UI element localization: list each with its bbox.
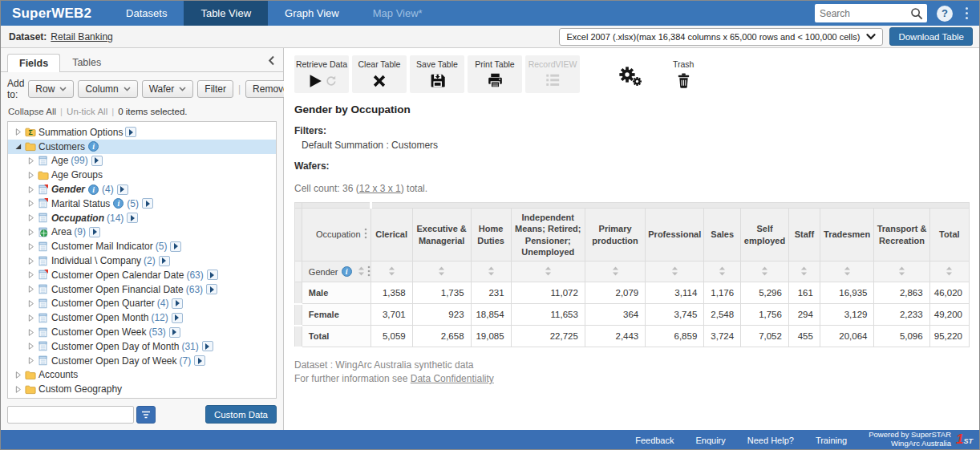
tree-item-summation-options[interactable]: ΣSummation Options bbox=[8, 125, 276, 140]
sort-icon[interactable] bbox=[388, 268, 395, 278]
tree-expand-icon[interactable] bbox=[12, 386, 23, 393]
sort-icon[interactable] bbox=[898, 268, 905, 278]
open-field-chevron-button[interactable] bbox=[127, 213, 138, 223]
custom-data-button[interactable]: Custom Data bbox=[205, 405, 277, 424]
open-field-chevron-button[interactable] bbox=[202, 341, 213, 351]
footer-link-feedback[interactable]: Feedback bbox=[635, 436, 674, 445]
tree-expand-icon[interactable] bbox=[25, 314, 36, 322]
tree-expand-icon[interactable] bbox=[25, 243, 36, 250]
column-header-transport-recreation[interactable]: Transport & Recreation bbox=[874, 209, 929, 261]
column-header-total[interactable]: Total bbox=[929, 209, 969, 261]
tree-item-customer-open-week[interactable]: Customer Open Week(53) bbox=[8, 325, 276, 339]
sort-icon[interactable] bbox=[844, 268, 851, 278]
footer-link-enquiry[interactable]: Enquiry bbox=[695, 436, 725, 445]
cell-count-link[interactable]: 12 x 3 x 1 bbox=[359, 183, 401, 194]
tree-item-customer-open-quarter[interactable]: Customer Open Quarter(4) bbox=[8, 297, 276, 311]
open-field-chevron-button[interactable] bbox=[169, 327, 180, 338]
footer-link-need-help[interactable]: Need Help? bbox=[747, 436, 794, 445]
overflow-menu-icon[interactable] bbox=[962, 6, 971, 21]
tree-item-marital-status[interactable]: Marital Status(5) bbox=[8, 197, 276, 211]
row-axis-header[interactable]: Gender bbox=[302, 261, 371, 282]
sort-icon[interactable] bbox=[946, 268, 953, 278]
untick-all-link[interactable]: Un-tick All bbox=[67, 107, 107, 116]
open-field-chevron-button[interactable] bbox=[142, 198, 153, 209]
tree-item-accounts[interactable]: Accounts bbox=[8, 368, 276, 383]
tree-expand-icon[interactable] bbox=[12, 128, 23, 136]
nav-tab-datasets[interactable]: Datasets bbox=[109, 1, 184, 26]
field-filter-icon[interactable] bbox=[136, 406, 156, 424]
nav-tab-map-view[interactable]: Map View* bbox=[356, 1, 439, 26]
tree-collapse-icon[interactable] bbox=[12, 143, 23, 150]
tree-item-customer-open-month[interactable]: Customer Open Month(12) bbox=[8, 310, 276, 325]
tree-expand-icon[interactable] bbox=[25, 214, 36, 221]
info-icon[interactable] bbox=[88, 184, 99, 195]
open-field-chevron-button[interactable] bbox=[117, 184, 128, 195]
kebab-menu-icon[interactable] bbox=[367, 266, 371, 278]
nav-tab-graph-view[interactable]: Graph View bbox=[268, 1, 356, 26]
retrieve-data-button[interactable]: Retrieve Data bbox=[294, 55, 349, 93]
tree-item-custom-geography[interactable]: Custom Geography bbox=[8, 382, 276, 396]
column-axis-header[interactable]: Occupation bbox=[302, 209, 371, 261]
open-field-chevron-button[interactable] bbox=[89, 227, 100, 237]
save-table-button[interactable]: Save Table bbox=[410, 55, 464, 93]
sort-icon[interactable] bbox=[545, 268, 552, 278]
tree-item-occupation[interactable]: Occupation(14) bbox=[8, 211, 276, 225]
info-icon[interactable] bbox=[88, 141, 99, 152]
add-to-wafer-button[interactable]: Wafer bbox=[142, 80, 194, 98]
open-field-chevron-button[interactable] bbox=[206, 284, 217, 294]
collapse-sidebar-icon[interactable] bbox=[268, 55, 275, 69]
tree-expand-icon[interactable] bbox=[25, 172, 36, 179]
tree-item-individual-company[interactable]: Individual \ Company(2) bbox=[8, 253, 276, 268]
tree-item-customer-open-financial-date[interactable]: Customer Open Financial Date(63) bbox=[8, 282, 276, 297]
help-icon[interactable] bbox=[937, 6, 953, 22]
sort-icon[interactable] bbox=[438, 268, 445, 278]
export-format-select[interactable]: Excel 2007 (.xlsx)(max 16,384 columns x … bbox=[559, 28, 883, 46]
clear-table-button[interactable]: Clear Table bbox=[352, 55, 407, 93]
sort-icon[interactable] bbox=[358, 266, 365, 278]
open-field-chevron-button[interactable] bbox=[194, 355, 205, 366]
dataset-name-link[interactable]: Retail Banking bbox=[51, 31, 112, 43]
tree-item-age-groups[interactable]: Age Groups bbox=[8, 168, 276, 182]
open-field-chevron-button[interactable] bbox=[172, 313, 183, 323]
filter-button[interactable]: Filter bbox=[197, 80, 233, 98]
tree-expand-icon[interactable] bbox=[25, 229, 36, 236]
tree-item-area[interactable]: Area(9) bbox=[8, 225, 276, 240]
column-header-tradesmen[interactable]: Tradesmen bbox=[820, 209, 874, 261]
column-header-primary-production[interactable]: Primary production bbox=[585, 209, 645, 261]
column-header-independent-means-retired-pensioner-unemployed[interactable]: Independent Means; Retired; Pensioner; U… bbox=[511, 209, 585, 261]
data-confidentiality-link[interactable]: Data Confidentiality bbox=[411, 373, 494, 384]
tree-item-customer-open-day-of-month[interactable]: Customer Open Day of Month(31) bbox=[8, 339, 276, 354]
tab-tables[interactable]: Tables bbox=[60, 53, 113, 71]
tree-expand-icon[interactable] bbox=[25, 157, 36, 164]
tree-expand-icon[interactable] bbox=[25, 257, 36, 265]
sort-icon[interactable] bbox=[719, 268, 726, 278]
search-icon[interactable] bbox=[910, 7, 927, 20]
column-header-sales[interactable]: Sales bbox=[704, 209, 741, 261]
search-input[interactable] bbox=[815, 8, 910, 19]
column-header-staff[interactable]: Staff bbox=[788, 209, 820, 261]
sort-icon[interactable] bbox=[671, 268, 678, 278]
footer-link-training[interactable]: Training bbox=[816, 436, 847, 445]
column-header-clerical[interactable]: Clerical bbox=[371, 209, 412, 261]
open-field-chevron-button[interactable] bbox=[207, 270, 218, 280]
tree-item-customer-mail-indicator[interactable]: Customer Mail Indicator(5) bbox=[8, 239, 276, 253]
add-to-column-button[interactable]: Column bbox=[78, 80, 137, 98]
tree-item-customer-open-calendar-date[interactable]: Customer Open Calendar Date(63) bbox=[8, 268, 276, 282]
tree-expand-icon[interactable] bbox=[25, 271, 36, 278]
sort-icon[interactable] bbox=[800, 268, 808, 278]
tree-expand-icon[interactable] bbox=[25, 186, 36, 193]
open-field-chevron-button[interactable] bbox=[172, 298, 183, 309]
nav-tab-table-view[interactable]: Table View bbox=[184, 1, 268, 26]
column-header-home-duties[interactable]: Home Duties bbox=[471, 209, 511, 261]
info-icon[interactable] bbox=[342, 266, 352, 277]
tree-expand-icon[interactable] bbox=[25, 329, 36, 336]
print-table-button[interactable]: Print Table bbox=[468, 55, 522, 93]
tree-item-gender[interactable]: Gender(4) bbox=[8, 182, 276, 197]
sort-icon[interactable] bbox=[488, 268, 495, 278]
open-field-chevron-button[interactable] bbox=[91, 156, 103, 166]
tree-expand-icon[interactable] bbox=[25, 200, 36, 207]
tree-item-customer-open-day-of-week[interactable]: Customer Open Day of Week(7) bbox=[8, 354, 276, 368]
column-header-executive-managerial[interactable]: Executive & Managerial bbox=[412, 209, 471, 261]
trash-button[interactable]: Trash bbox=[668, 55, 699, 93]
column-header-self-employed[interactable]: Self employed bbox=[741, 209, 789, 261]
